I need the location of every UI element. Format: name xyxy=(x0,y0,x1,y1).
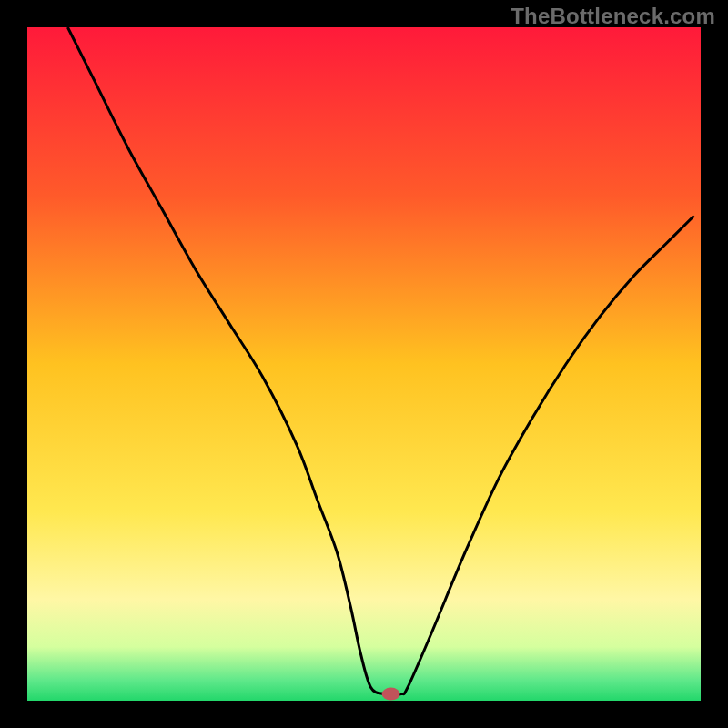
optimal-point-marker xyxy=(382,688,400,701)
chart-container: TheBottleneck.com xyxy=(0,0,728,728)
plot-area xyxy=(27,27,701,701)
chart-svg xyxy=(27,27,701,701)
gradient-background xyxy=(27,27,701,701)
watermark-label: TheBottleneck.com xyxy=(511,4,715,29)
